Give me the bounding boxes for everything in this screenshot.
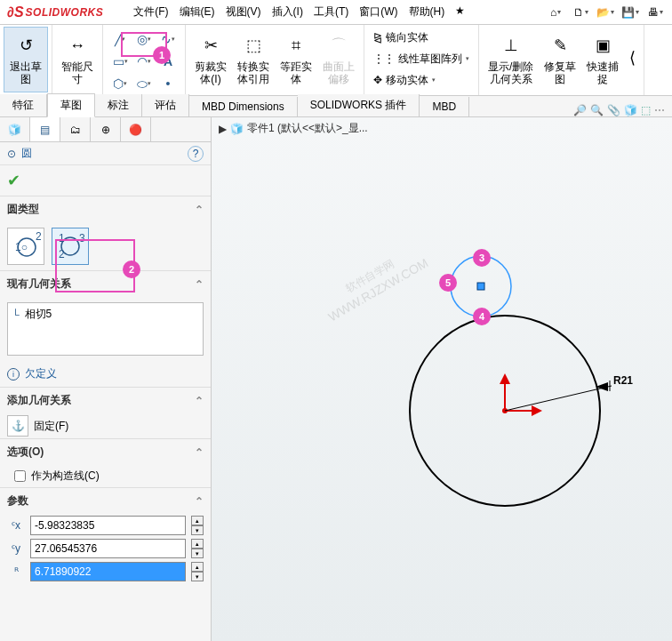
more-button[interactable]: ⟨	[624, 27, 640, 92]
show-del-rel-button[interactable]: ⊥ 显示/删除 几何关系	[483, 27, 539, 92]
snap-icon: ▣	[590, 34, 615, 59]
cy-down[interactable]: ▾	[191, 549, 204, 558]
arc-tool[interactable]: ◠▾	[132, 51, 156, 72]
trim-button[interactable]: ✂ 剪裁实 体(I)	[189, 27, 232, 92]
move-button[interactable]: ✥移动实体▾	[368, 69, 441, 91]
r-down[interactable]: ▾	[191, 572, 204, 581]
surface-offset-icon: ⌒	[326, 34, 351, 59]
ptab-config[interactable]: 🗂	[60, 117, 91, 141]
fix-button[interactable]: ⚓	[7, 415, 28, 437]
menu-search[interactable]: ★	[450, 4, 470, 20]
view-tool-2[interactable]: 🔍	[590, 104, 604, 116]
rect-tool[interactable]: ▭▾	[108, 51, 132, 72]
circle-tool[interactable]: ◎▾	[132, 28, 156, 50]
cx-down[interactable]: ▾	[191, 525, 204, 535]
view-tool-6[interactable]: ⋯	[654, 104, 665, 116]
menu-help[interactable]: 帮助(H)	[404, 4, 451, 20]
section-existing-rel[interactable]: 现有几何关系⌃	[0, 271, 211, 297]
chevron-up-icon: ⌃	[195, 395, 204, 407]
radius-dim: R21	[613, 374, 633, 387]
tab-sketch[interactable]: 草图	[47, 93, 95, 117]
spline-tool[interactable]: ∿▾	[156, 28, 180, 50]
linear-pattern-button[interactable]: ⋮⋮线性草图阵列▾	[368, 48, 475, 69]
chevron-up-icon: ⌃	[195, 495, 204, 508]
section-add-rel[interactable]: 添加几何关系⌃	[0, 388, 211, 413]
section-params[interactable]: 参数⌃	[0, 488, 211, 514]
view-tool-4[interactable]: 🧊	[624, 104, 637, 116]
tab-sw-addin[interactable]: SOLIDWORKS 插件	[298, 94, 420, 116]
polygon-tool[interactable]: ⬡▾	[108, 73, 132, 94]
text-tool[interactable]: A	[156, 51, 180, 72]
new-icon[interactable]: 🗋▾	[571, 3, 590, 22]
titlebar: ∂S SOLIDWORKS 文件(F) 编辑(E) 视图(V) 插入(I) 工具…	[0, 0, 672, 25]
canvas[interactable]: ▶ 🧊 零件1 (默认<<默认>_显... 软件自学网 WWW.RJZXW.CO…	[212, 117, 672, 641]
offset-button[interactable]: ⌗ 等距实 体	[275, 27, 317, 92]
point-tool[interactable]: •	[156, 73, 180, 94]
tab-mbd-dim[interactable]: MBD Dimensions	[189, 97, 298, 116]
cy-icon: ᶜy	[7, 542, 25, 555]
circle-type-perimeter[interactable]: 132	[52, 228, 89, 265]
repair-button[interactable]: ✎ 修复草 图	[539, 27, 581, 92]
info-icon: i	[7, 368, 20, 381]
chevron-up-icon: ⌃	[195, 204, 204, 216]
offset-icon: ⌗	[284, 34, 308, 59]
convert-button[interactable]: ⬚ 转换实 体引用	[232, 27, 275, 92]
cy-up[interactable]: ▴	[191, 539, 204, 549]
ok-button[interactable]: ✔	[7, 172, 20, 189]
command-tabs: 特征 草图 标注 评估 MBD Dimensions SOLIDWORKS 插件…	[0, 96, 672, 117]
r-up[interactable]: ▴	[191, 562, 204, 572]
svg-text:2: 2	[36, 231, 41, 243]
menu-insert[interactable]: 插入(I)	[267, 4, 308, 20]
tab-annot[interactable]: 标注	[95, 94, 142, 116]
circle-type-center[interactable]: 1○2	[7, 228, 44, 265]
menu-bar: 文件(F) 编辑(E) 视图(V) 插入(I) 工具(T) 窗口(W) 帮助(H…	[128, 4, 470, 20]
circle-center-handle	[477, 283, 484, 290]
line-tool[interactable]: ╱▾	[108, 28, 132, 50]
relations-list[interactable]: └ 相切5	[7, 302, 204, 356]
smart-dim-button[interactable]: ↔ 智能尺 寸	[56, 27, 99, 92]
menu-view[interactable]: 视图(V)	[220, 4, 267, 20]
tab-features[interactable]: 特征	[0, 94, 47, 116]
mirror-button[interactable]: ⧎镜向实体	[368, 27, 434, 48]
view-tool-5[interactable]: ⬚	[641, 104, 651, 116]
cx-up[interactable]: ▴	[191, 516, 204, 525]
menu-tools[interactable]: 工具(T)	[308, 4, 354, 20]
ptab-dimxpert[interactable]: ⊕	[91, 117, 121, 141]
menu-edit[interactable]: 编辑(E)	[174, 4, 220, 20]
definition-status: 欠定义	[25, 366, 57, 381]
smart-dim-icon: ↔	[65, 34, 90, 59]
r-input[interactable]	[30, 562, 186, 581]
circle-icon: ⊙	[7, 148, 16, 160]
cx-icon: ᶜx	[7, 519, 25, 532]
quick-snap-button[interactable]: ▣ 快速捕 捉	[581, 27, 624, 92]
svg-text:2: 2	[59, 248, 65, 260]
ptab-feature[interactable]: 🧊	[0, 117, 30, 141]
tab-mbd[interactable]: MBD	[420, 97, 469, 116]
save-icon[interactable]: 💾▾	[620, 3, 640, 22]
cx-input[interactable]	[30, 516, 186, 535]
perp-icon: └	[12, 308, 20, 321]
property-manager: 🧊 ▤ 🗂 ⊕ 🔴 ⊙ 圆 ? ✔ 圆类型⌃ 1○2	[0, 117, 212, 641]
tab-eval[interactable]: 评估	[142, 94, 189, 116]
print-icon[interactable]: 🖶▾	[645, 3, 665, 22]
cy-input[interactable]	[30, 539, 186, 558]
ptab-appearance[interactable]: 🔴	[121, 117, 151, 141]
help-icon[interactable]: ?	[188, 146, 204, 162]
relation-item[interactable]: └ 相切5	[12, 307, 199, 322]
view-tool-1[interactable]: 🔎	[573, 104, 587, 116]
menu-file[interactable]: 文件(F)	[128, 4, 173, 20]
app-name: SOLIDWORKS	[26, 6, 104, 19]
view-tool-3[interactable]: 📎	[607, 104, 620, 116]
home-icon[interactable]: ⌂▾	[546, 3, 565, 22]
open-icon[interactable]: 📂▾	[596, 3, 615, 22]
menu-window[interactable]: 窗口(W)	[354, 4, 403, 20]
section-circle-type[interactable]: 圆类型⌃	[0, 196, 211, 222]
ptab-property[interactable]: ▤	[30, 117, 60, 141]
section-options[interactable]: 选项(O)⌃	[0, 439, 211, 465]
prop-title: 圆	[21, 146, 32, 161]
chevron-up-icon: ⌃	[195, 278, 204, 291]
construction-checkbox[interactable]	[14, 470, 26, 482]
slot-tool[interactable]: ⬭▾	[132, 73, 156, 94]
mirror-icon: ⧎	[373, 31, 382, 44]
exit-sketch-button[interactable]: ↺ 退出草 图	[4, 27, 48, 92]
